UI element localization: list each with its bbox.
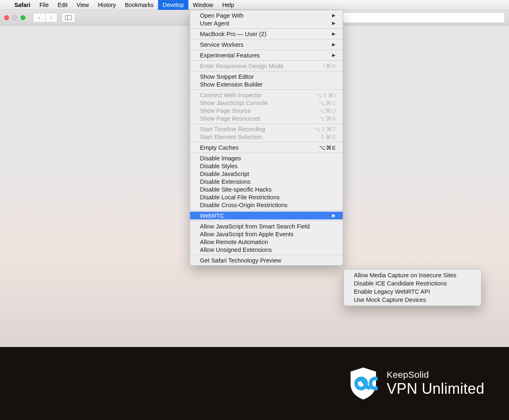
close-window-button[interactable] <box>4 15 9 20</box>
menu-item-label: Get Safari Technology Preview <box>200 257 281 264</box>
brand-logo <box>349 367 378 400</box>
menu-item-show-snippet-editor[interactable]: Show Snippet Editor <box>190 73 343 80</box>
back-button[interactable]: ‹ <box>33 13 45 23</box>
menu-item-shortcut: ⌥⌘E <box>319 144 336 151</box>
menu-item-allow-javascript-from-apple-events[interactable]: Allow JavaScript from Apple Events <box>190 230 343 238</box>
submenu-item-enable-legacy-webrtc-api[interactable]: Enable Legacy WebRTC API <box>344 288 481 296</box>
menu-item-label: Connect Web Inspector <box>200 92 262 98</box>
nav-button-group: ‹ › <box>33 13 57 23</box>
chevron-left-icon: ‹ <box>38 14 40 21</box>
menu-item-disable-images[interactable]: Disable Images <box>190 154 343 162</box>
menu-history[interactable]: History <box>94 0 121 10</box>
menu-item-label: Show Extension Builder <box>200 81 263 88</box>
brand-name-bottom: VPN Unlimited <box>387 380 484 397</box>
chevron-right-icon: ▶ <box>332 13 335 18</box>
menu-item-disable-extensions[interactable]: Disable Extensions <box>190 178 343 185</box>
window-controls <box>4 15 25 20</box>
menu-item-label: Experimental Features <box>200 52 260 59</box>
menu-item-open-page-with[interactable]: Open Page With▶ <box>190 11 343 19</box>
menu-item-disable-local-file-restrictions[interactable]: Disable Local File Restrictions <box>190 193 343 201</box>
menu-item-shortcut: ^⌘R <box>323 63 336 69</box>
develop-dropdown: Open Page With▶User Agent▶MacBook Pro — … <box>190 10 343 266</box>
menu-item-show-javascript-console: Show JavaScript Console⌥⌘C <box>190 99 343 107</box>
menu-item-label: Show Page Resources <box>200 115 261 122</box>
menu-item-shortcut: ⌥⌘C <box>319 100 336 106</box>
menu-item-label: MacBook Pro — User (2) <box>200 31 266 37</box>
menu-item-webrtc[interactable]: WebRTC▶ <box>190 212 343 219</box>
svg-rect-0 <box>66 15 72 20</box>
submenu-item-allow-media-capture-on-insecure-sites[interactable]: Allow Media Capture on Insecure Sites <box>344 271 481 279</box>
menu-item-label: Open Page With <box>200 12 243 19</box>
menu-item-shortcut: ⌥⇧⌘T <box>314 126 336 132</box>
menu-item-service-workers[interactable]: Service Workers▶ <box>190 41 343 48</box>
menu-item-disable-cross-origin-restrictions[interactable]: Disable Cross-Origin Restrictions <box>190 201 343 209</box>
menu-item-connect-web-inspector: Connect Web Inspector⌥⇧⌘I <box>190 91 343 99</box>
menu-item-get-safari-technology-preview[interactable]: Get Safari Technology Preview <box>190 256 343 264</box>
menu-item-label: Show JavaScript Console <box>200 100 268 106</box>
menu-item-show-page-resources: Show Page Resources⌥⌘A <box>190 114 343 122</box>
menu-item-start-timeline-recording: Start Timeline Recording⌥⇧⌘T <box>190 125 343 133</box>
menu-item-label: Disable JavaScript <box>200 171 249 177</box>
menu-item-start-element-selection: Start Element Selection⇧⌘C <box>190 133 343 141</box>
menu-item-label: Allow Remote Automation <box>200 239 268 245</box>
chevron-right-icon: › <box>50 14 52 21</box>
menu-item-shortcut: ⌥⌘A <box>319 115 336 122</box>
menu-item-show-extension-builder[interactable]: Show Extension Builder <box>190 80 343 88</box>
menu-develop[interactable]: Develop <box>158 0 188 10</box>
menu-help[interactable]: Help <box>218 0 238 10</box>
chevron-right-icon: ▶ <box>332 52 335 58</box>
menu-item-experimental-features[interactable]: Experimental Features▶ <box>190 51 343 59</box>
menu-item-label: Service Workers <box>200 41 243 48</box>
menu-item-shortcut: ⌥⌘U <box>319 107 336 114</box>
menu-item-disable-site-specific-hacks[interactable]: Disable Site-specific Hacks <box>190 185 343 193</box>
menu-item-label: Disable Cross-Origin Restrictions <box>200 202 288 208</box>
menu-safari[interactable]: Safari <box>10 0 35 10</box>
menu-item-label: Start Timeline Recording <box>200 126 265 132</box>
menu-item-user-agent[interactable]: User Agent▶ <box>190 19 343 27</box>
menu-bar: Safari File Edit View History Bookmarks … <box>0 0 509 10</box>
minimize-window-button[interactable] <box>12 15 17 20</box>
submenu-item-use-mock-capture-devices[interactable]: Use Mock Capture Devices <box>344 296 481 304</box>
menu-view[interactable]: View <box>72 0 94 10</box>
menu-item-allow-javascript-from-smart-search-field[interactable]: Allow JavaScript from Smart Search Field <box>190 222 343 230</box>
sidebar-toggle-button[interactable] <box>62 13 76 23</box>
menu-item-label: User Agent <box>200 20 229 27</box>
menu-item-label: WebRTC <box>200 212 224 219</box>
menu-item-macbook-pro-user-2[interactable]: MacBook Pro — User (2)▶ <box>190 30 343 38</box>
fullscreen-window-button[interactable] <box>21 15 25 20</box>
chevron-right-icon: ▶ <box>332 42 335 47</box>
menu-item-disable-styles[interactable]: Disable Styles <box>190 162 343 170</box>
menu-item-enter-responsive-design-mode: Enter Responsive Design Mode^⌘R <box>190 62 343 70</box>
menu-item-shortcut: ⌥⇧⌘I <box>316 92 336 98</box>
infinity-icon <box>349 367 378 400</box>
menu-item-label: Disable Styles <box>200 163 238 169</box>
forward-button[interactable]: › <box>45 13 57 23</box>
menu-item-label: Allow JavaScript from Smart Search Field <box>200 223 310 230</box>
menu-item-label: Show Page Source <box>200 107 251 114</box>
menu-item-label: Disable Images <box>200 155 241 162</box>
menu-item-label: Disable Site-specific Hacks <box>200 186 272 193</box>
menu-item-label: Allow JavaScript from Apple Events <box>200 231 293 237</box>
menu-item-label: Disable Extensions <box>200 178 250 185</box>
menu-window[interactable]: Window <box>188 0 218 10</box>
menu-item-disable-javascript[interactable]: Disable JavaScript <box>190 170 343 178</box>
menu-item-label: Allow Unsigned Extensions <box>200 247 272 253</box>
chevron-right-icon: ▶ <box>332 31 335 37</box>
brand-text: KeepSolid VPN Unlimited <box>387 370 484 397</box>
menu-item-show-page-source: Show Page Source⌥⌘U <box>190 107 343 114</box>
menu-item-allow-unsigned-extensions[interactable]: Allow Unsigned Extensions <box>190 246 343 253</box>
menu-file[interactable]: File <box>35 0 53 10</box>
menu-bookmarks[interactable]: Bookmarks <box>120 0 158 10</box>
brand-name-top: KeepSolid <box>387 370 484 380</box>
submenu-item-disable-ice-candidate-restrictions[interactable]: Disable ICE Candidate Restrictions <box>344 279 481 288</box>
branding-footer: KeepSolid VPN Unlimited <box>0 347 509 420</box>
menu-item-label: Empty Caches <box>200 144 238 151</box>
webrtc-submenu: Allow Media Capture on Insecure SitesDis… <box>344 269 481 306</box>
menu-item-allow-remote-automation[interactable]: Allow Remote Automation <box>190 238 343 246</box>
chevron-right-icon: ▶ <box>332 21 335 26</box>
menu-edit[interactable]: Edit <box>53 0 72 10</box>
sidebar-icon <box>65 15 72 20</box>
menu-item-empty-caches[interactable]: Empty Caches⌥⌘E <box>190 144 343 151</box>
menu-item-label: Disable Local File Restrictions <box>200 194 280 201</box>
menu-item-label: Show Snippet Editor <box>200 73 254 80</box>
